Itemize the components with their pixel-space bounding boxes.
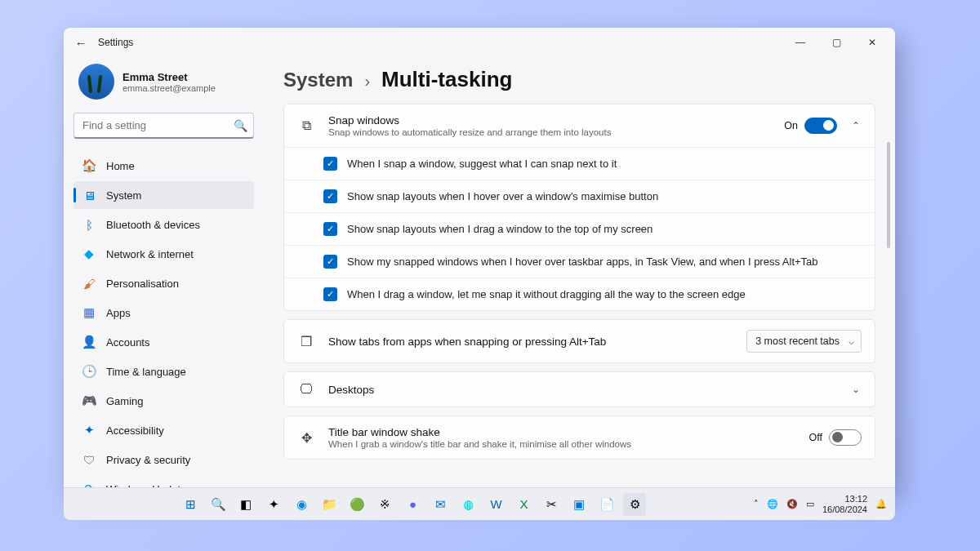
system-tray[interactable]: ˄ 🌐 🔇 ▭ 13:12 16/08/2024 🔔 [754, 494, 887, 513]
snap-windows-header[interactable]: ⧉ Snap windows Snap windows to automatic… [284, 104, 875, 147]
settings-task-icon[interactable]: ⚙ [623, 493, 646, 516]
search-box[interactable]: 🔍 [74, 113, 254, 139]
sidebar-item-time[interactable]: 🕒Time & language [74, 358, 254, 385]
edge-icon[interactable]: ◉ [290, 493, 313, 516]
snap-title: Snap windows [328, 114, 771, 127]
gaming-icon: 🎮 [82, 393, 96, 408]
sidebar-item-personalisation[interactable]: 🖌Personalisation [74, 269, 254, 297]
search-input[interactable] [74, 113, 254, 139]
photos-icon[interactable]: ▣ [568, 493, 590, 516]
chevron-down-icon[interactable]: ⌄ [850, 384, 862, 395]
toggle-label: On [784, 120, 798, 131]
task-view-icon[interactable]: ◧ [234, 493, 257, 516]
desktops-row[interactable]: 🖵 Desktops ⌄ [284, 372, 875, 407]
network-icon: ◆ [82, 247, 96, 261]
sidebar-item-bluetooth[interactable]: ᛒBluetooth & devices [74, 211, 254, 238]
breadcrumb: System › Multi-tasking [283, 57, 875, 104]
snap-layouts-icon: ⧉ [297, 118, 315, 133]
canva-icon[interactable]: ◍ [457, 493, 479, 516]
notifications-icon[interactable]: 🔔 [875, 499, 887, 509]
sidebar-item-label: Apps [106, 307, 131, 319]
snap-option[interactable]: ✓Show snap layouts when I drag a window … [284, 212, 875, 245]
user-name: Emma Street [122, 71, 216, 83]
bluetooth-icon: ᛒ [82, 217, 96, 232]
snap-options-list: ✓When I snap a window, suggest what I ca… [284, 147, 875, 310]
snap-option[interactable]: ✓When I drag a window, let me snap it wi… [284, 278, 875, 310]
copilot-icon[interactable]: ✦ [262, 493, 285, 516]
sidebar-item-label: Network & internet [106, 248, 194, 260]
shake-row[interactable]: ✥ Title bar window shake When I grab a w… [284, 416, 875, 459]
close-button[interactable]: ✕ [854, 30, 890, 55]
chrome-icon[interactable]: 🟢 [345, 493, 368, 516]
desktops-icon: 🖵 [297, 382, 315, 397]
checkbox-checked-icon[interactable]: ✓ [323, 222, 337, 236]
shake-toggle[interactable] [829, 429, 862, 446]
shake-card: ✥ Title bar window shake When I grab a w… [283, 415, 875, 460]
checkbox-checked-icon[interactable]: ✓ [323, 255, 337, 269]
battery-icon[interactable]: ▭ [806, 499, 814, 509]
sidebar-item-label: Personalisation [106, 278, 179, 290]
taskbar: ⊞ 🔍 ◧ ✦ ◉ 📁 🟢 ※ ● ✉ ◍ W X ✂ ▣ 📄 ⚙ ˄ 🌐 🔇 … [64, 487, 895, 520]
sidebar-item-label: Gaming [106, 395, 144, 407]
network-icon[interactable]: 🌐 [767, 499, 778, 509]
sidebar-item-accessibility[interactable]: ✦Accessibility [74, 416, 254, 444]
alttab-title: Show tabs from apps when snapping or pre… [328, 335, 733, 348]
scrollbar[interactable] [887, 93, 890, 443]
clock-time: 13:12 [822, 494, 867, 504]
sidebar-item-network[interactable]: ◆Network & internet [74, 240, 254, 268]
checkbox-checked-icon[interactable]: ✓ [323, 287, 337, 301]
word-icon[interactable]: W [484, 493, 507, 516]
clock[interactable]: 13:12 16/08/2024 [822, 494, 867, 513]
privacy-icon: 🛡 [82, 452, 96, 467]
checkbox-checked-icon[interactable]: ✓ [323, 189, 337, 203]
snap-option-label: Show snap layouts when I drag a window t… [347, 223, 653, 235]
home-icon: 🏠 [82, 158, 96, 173]
titlebar: ← Settings — ▢ ✕ [64, 28, 895, 57]
chevron-up-icon[interactable]: ⌃ [850, 120, 862, 131]
explorer-icon[interactable]: 📁 [318, 493, 341, 516]
breadcrumb-parent[interactable]: System [283, 69, 353, 91]
back-button[interactable]: ← [69, 36, 93, 50]
app-title: Settings [98, 37, 133, 48]
sidebar-item-label: Time & language [106, 366, 186, 378]
tray-chevron-icon[interactable]: ˄ [754, 499, 759, 509]
alttab-row[interactable]: ❐ Show tabs from apps when snapping or p… [284, 320, 875, 362]
excel-icon[interactable]: X [512, 493, 535, 516]
alttab-card: ❐ Show tabs from apps when snapping or p… [283, 319, 875, 363]
sidebar-item-home[interactable]: 🏠Home [74, 152, 254, 180]
notepad-icon[interactable]: 📄 [595, 493, 618, 516]
checkbox-checked-icon[interactable]: ✓ [323, 157, 337, 171]
sidebar-item-label: Privacy & security [106, 454, 190, 466]
snip-icon[interactable]: ✂ [540, 493, 563, 516]
shake-icon: ✥ [297, 430, 315, 446]
sidebar-item-gaming[interactable]: 🎮Gaming [74, 387, 254, 415]
sidebar-item-apps[interactable]: ▦Apps [74, 299, 254, 327]
chevron-right-icon: › [364, 72, 370, 91]
snap-option[interactable]: ✓When I snap a window, suggest what I ca… [284, 148, 875, 180]
slack-icon[interactable]: ※ [373, 493, 396, 516]
maximize-button[interactable]: ▢ [818, 30, 854, 55]
volume-icon[interactable]: 🔇 [786, 499, 798, 509]
time-icon: 🕒 [82, 364, 96, 379]
minimize-button[interactable]: — [782, 30, 818, 55]
snap-option[interactable]: ✓Show snap layouts when I hover over a w… [284, 180, 875, 212]
sidebar-item-label: Bluetooth & devices [106, 219, 200, 231]
sidebar-item-privacy[interactable]: 🛡Privacy & security [74, 446, 254, 473]
alttab-select[interactable]: 3 most recent tabs [746, 330, 862, 353]
system-icon: 🖥 [82, 188, 96, 202]
settings-window: ← Settings — ▢ ✕ Emma Street emma.street… [64, 28, 895, 492]
tabs-icon: ❐ [297, 334, 315, 349]
outlook-icon[interactable]: ✉ [429, 493, 452, 516]
sidebar-item-label: Accounts [106, 336, 149, 349]
discord-icon[interactable]: ● [401, 493, 424, 516]
search-task-icon[interactable]: 🔍 [207, 493, 229, 516]
clock-date: 16/08/2024 [822, 504, 867, 514]
taskbar-apps: ⊞ 🔍 ◧ ✦ ◉ 📁 🟢 ※ ● ✉ ◍ W X ✂ ▣ 📄 ⚙ [72, 493, 754, 516]
user-card[interactable]: Emma Street emma.street@example [74, 57, 254, 104]
sidebar-item-system[interactable]: 🖥System [74, 181, 254, 209]
snap-subtitle: Snap windows to automatically resize and… [328, 127, 771, 137]
start-button[interactable]: ⊞ [179, 493, 202, 516]
snap-option[interactable]: ✓Show my snapped windows when I hover ov… [284, 245, 875, 278]
sidebar-item-accounts[interactable]: 👤Accounts [74, 328, 254, 356]
snap-toggle[interactable] [804, 118, 837, 134]
